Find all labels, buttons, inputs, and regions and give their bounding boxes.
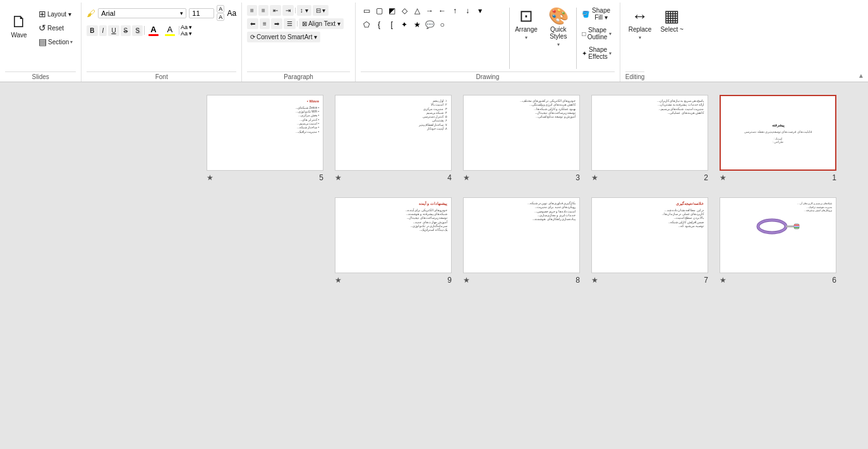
slide-6-footer: ★ 6 <box>720 276 836 285</box>
shape-arrow-down[interactable]: ↓ <box>462 5 473 16</box>
slide-3-star: ★ <box>463 173 470 182</box>
underline-button[interactable]: U <box>108 25 119 36</box>
font-size-increase[interactable]: A <box>217 5 224 13</box>
slide-7-content: خلاصه/نتیجه‌گیری در این مطالعه نشان داده… <box>592 198 708 232</box>
shape-effects-icon: ✦ <box>582 50 587 57</box>
slide-thumb-4: ۱. اول پنجم ۲. امنیت بالا ۳. مدیریت مرکز… <box>335 95 452 182</box>
font-aa-label[interactable]: Aa ▾ <box>181 24 193 30</box>
slide-3[interactable]: خودروهای الکتریکی در کشورهای مختلف... کا… <box>463 95 580 171</box>
shape-effects-button[interactable]: ✦ Shape Effects ▾ <box>579 44 614 62</box>
font-size-value-1: 11 <box>192 9 200 17</box>
slide-9-footer: ★ 9 <box>335 276 452 285</box>
shape-callout[interactable]: 💬 <box>424 19 435 30</box>
shadow-button[interactable]: S <box>132 25 143 36</box>
align-text-button[interactable]: ⊠ Align Text ▾ <box>299 18 344 29</box>
reset-button[interactable]: ↺ Reset <box>35 22 76 34</box>
shape-rect[interactable]: ▭ <box>361 5 372 16</box>
shape-star4[interactable]: ✦ <box>399 19 410 30</box>
shape-more[interactable]: ▾ <box>474 5 486 16</box>
columns-button[interactable]: ⊟ ▾ <box>313 5 329 16</box>
shape-rounded[interactable]: ▢ <box>373 5 385 16</box>
slides-main: Wave • • Zerion شبکه‌ای... • WiFi تکنولو… <box>0 82 868 449</box>
indent-inc-button[interactable]: ⇥ <box>282 5 294 16</box>
font-group: 🖌 Arial ▾ 11 A A Aa <box>81 3 242 82</box>
font-highlight-button[interactable]: A <box>162 23 178 37</box>
collapse-arrow[interactable]: ▲ <box>858 72 864 79</box>
shape-fill-label: Shape Fill ▾ <box>591 7 611 21</box>
slides-row-1: Wave • • Zerion شبکه‌ای... • WiFi تکنولو… <box>207 95 836 182</box>
replace-icon: ↔ <box>632 8 648 24</box>
slide-2-star: ★ <box>591 173 598 182</box>
strikethrough-button[interactable]: S <box>121 25 131 36</box>
font-aa-label-2[interactable]: Aa ▾ <box>181 30 193 37</box>
replace-button[interactable]: ↔ Replace ▾ <box>625 5 655 47</box>
shape-arrow-left[interactable]: ← <box>437 5 448 16</box>
slide-2[interactable]: پاسخ‌دهی سریع به نیازهای کاربران... ارائ… <box>591 95 708 171</box>
align-right-button[interactable]: ➡ <box>271 18 282 29</box>
slide-thumb-9: پیشنهادات و آینده خودروهای الکتریکی برای… <box>335 197 452 285</box>
section-button[interactable]: ▤ Section ▾ <box>35 35 76 48</box>
align-center-button[interactable]: ≡ <box>260 18 270 29</box>
shape-diamond[interactable]: ◇ <box>399 5 410 16</box>
line-spacing-button[interactable]: ↕ ▾ <box>297 5 311 16</box>
quick-styles-label: Quick Styles <box>546 26 570 40</box>
italic-button[interactable]: I <box>99 25 107 36</box>
clear-format-icon[interactable]: Aa <box>227 9 236 18</box>
slide-1-star: ★ <box>720 173 726 182</box>
section-label: Section <box>48 39 69 46</box>
slide-2-footer: ★ 2 <box>591 173 708 182</box>
convert-smartart-button[interactable]: ⟳ Convert to SmartArt ▾ <box>247 32 320 42</box>
slide-9[interactable]: پیشنهادات و آینده خودروهای الکتریکی برای… <box>335 197 452 273</box>
select-label: Select ~ <box>660 26 683 33</box>
slides-group: 🗋 Wave ⊞ Layout ▾ ↺ Reset ▤ Sec <box>0 3 81 82</box>
shape-oval[interactable]: ○ <box>437 19 448 30</box>
slide-7-title: خلاصه/نتیجه‌گیری <box>596 202 704 207</box>
slide-5-title: Wave • <box>211 99 319 104</box>
slide-7[interactable]: خلاصه/نتیجه‌گیری در این مطالعه نشان داده… <box>591 197 708 273</box>
font-size-box-1[interactable]: 11 <box>189 8 214 18</box>
slide-7-body: در این مطالعه نشان داده شد... کاربردهای … <box>596 209 704 228</box>
layout-button[interactable]: ⊞ Layout ▾ <box>35 8 76 20</box>
quick-styles-arrow: ▾ <box>557 42 560 47</box>
format-painter-icon[interactable]: 🖌 <box>87 9 95 18</box>
slide-3-body: خودروهای الکتریکی در کشورهای مختلف... کا… <box>467 99 576 119</box>
font-size-decrease[interactable]: A <box>217 13 224 21</box>
justify-button[interactable]: ☰ <box>284 18 296 29</box>
slide-8-footer: ★ 8 <box>463 276 580 285</box>
numbered-list-button[interactable]: ≡ <box>258 5 268 16</box>
quick-styles-button[interactable]: 🎨 Quick Styles ▾ <box>543 5 574 47</box>
arrange-button[interactable]: ⊡ Arrange ▾ <box>512 5 541 47</box>
shape-pentagon[interactable]: ⬠ <box>361 19 372 30</box>
shape-fill-button[interactable]: 🪣 Shape Fill ▾ <box>579 5 614 23</box>
shape-snip[interactable]: ◩ <box>386 5 397 16</box>
font-group-label: Font <box>87 71 236 82</box>
slide-4[interactable]: ۱. اول پنجم ۲. امنیت بالا ۳. مدیریت مرکز… <box>335 95 452 171</box>
shape-outline-button[interactable]: □ Shape Outline ▾ <box>579 25 614 42</box>
shape-bracket[interactable]: [ <box>386 19 397 30</box>
select-button[interactable]: ▦ Select ~ <box>657 5 686 47</box>
shape-arrow-up[interactable]: ↑ <box>449 5 461 16</box>
indent-dec-button[interactable]: ⇤ <box>270 5 281 16</box>
slide-8[interactable]: بکارگیری فناوری‌های نوین در شبکه... رویک… <box>463 197 580 273</box>
slide-8-body: بکارگیری فناوری‌های نوین در شبکه... رویک… <box>467 202 576 221</box>
shape-effects-label: Shape Effects <box>588 46 607 60</box>
slide-1[interactable]: پیشرفته قابلیت‌های فرصت‌های توسعه‌پذیری … <box>720 95 836 171</box>
arrange-label: Arrange <box>515 26 538 33</box>
bold-button[interactable]: B <box>87 25 97 36</box>
slide-thumb-2: پاسخ‌دهی سریع به نیازهای کاربران... ارائ… <box>591 95 708 182</box>
slide-6[interactable]: شبکه‌های بی‌سیم و کاربردهای آن... مدیریت… <box>720 197 836 273</box>
align-left-button[interactable]: ⬅ <box>247 18 258 29</box>
new-slide-button[interactable]: 🗋 Wave <box>5 5 33 47</box>
shape-triangle[interactable]: △ <box>411 5 423 16</box>
slide-4-content: ۱. اول پنجم ۲. امنیت بالا ۳. مدیریت مرکز… <box>335 95 451 135</box>
shape-star5[interactable]: ★ <box>411 19 423 30</box>
slide-5[interactable]: Wave • • Zerion شبکه‌ای... • WiFi تکنولو… <box>207 95 323 171</box>
shape-brace[interactable]: { <box>373 19 385 30</box>
bullet-list-button[interactable]: ≡ <box>247 5 257 16</box>
editing-group-label: Editing <box>625 71 645 82</box>
shape-arrow-right[interactable]: → <box>424 5 435 16</box>
new-slide-label: Wave <box>11 32 27 39</box>
shape-outline-arrow: ▾ <box>609 31 612 37</box>
font-color-button[interactable]: A <box>146 23 161 37</box>
font-family-selector[interactable]: Arial ▾ <box>98 8 186 18</box>
